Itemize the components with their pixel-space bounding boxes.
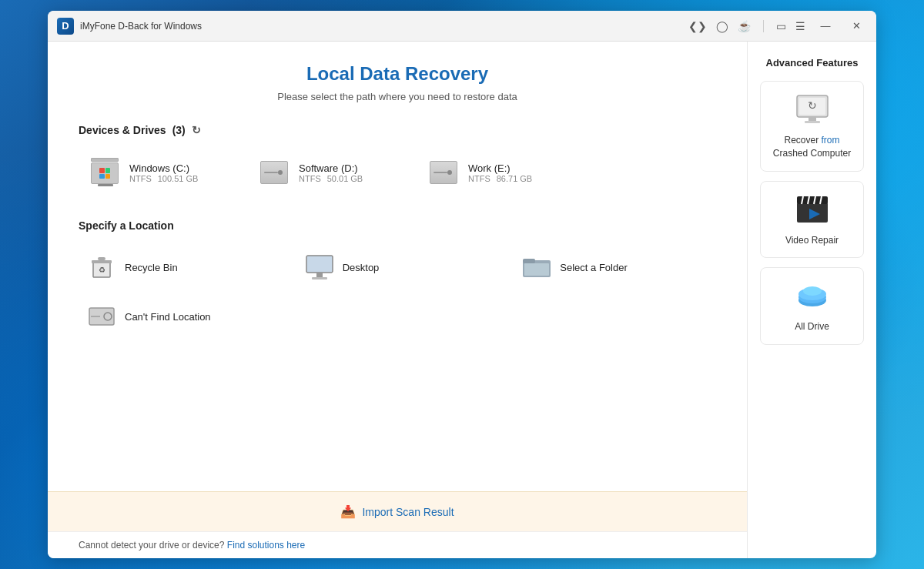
recycle-bin-icon: ♻ xyxy=(88,253,116,281)
left-panel: Local Data Recovery Please select the pa… xyxy=(48,42,747,558)
all-drive-icon xyxy=(795,279,829,313)
drive-info-c: Windows (C:) NTFS 100.51 GB xyxy=(129,162,198,183)
import-icon: 📥 xyxy=(340,504,356,519)
svg-rect-5 xyxy=(316,273,323,277)
desktop-label: Desktop xyxy=(343,262,380,273)
svg-rect-1 xyxy=(92,260,112,263)
status-text: Cannot detect your drive or device? xyxy=(79,540,224,551)
crashed-computer-label: Recover from Crashed Computer xyxy=(768,134,855,160)
refresh-icon[interactable]: ↻ xyxy=(192,124,201,136)
main-window: D iMyFone D-Back for Windows ❮❯ ◯ ☕ ▭ ☰ … xyxy=(48,11,876,558)
svg-text:↻: ↻ xyxy=(808,99,817,112)
window-title: iMyFone D-Back for Windows xyxy=(80,21,688,32)
feature-card-crashed[interactable]: ↻ Recover from Crashed Computer xyxy=(760,81,864,172)
advanced-features-title: Advanced Features xyxy=(760,57,864,69)
win-pane-3 xyxy=(99,174,105,179)
drive-icon-d xyxy=(260,159,290,186)
drive-size-e: 86.71 GB xyxy=(497,174,532,183)
video-repair-label: Video Repair xyxy=(768,234,855,247)
drive-item-e[interactable]: Work (E:) NTFS 86.71 GB xyxy=(417,150,571,195)
desktop-icon xyxy=(306,253,333,281)
menu-icon[interactable]: ☰ xyxy=(795,20,805,32)
close-button[interactable]: ✕ xyxy=(845,17,867,35)
svg-rect-16 xyxy=(808,117,816,121)
cant-find-label: Can't Find Location xyxy=(125,311,211,323)
drive-tray xyxy=(98,184,113,186)
page-subtitle: Please select the path where you need to… xyxy=(79,91,716,102)
drive-icon-c xyxy=(91,158,120,187)
separator xyxy=(763,20,764,32)
drive-meta-c: NTFS 100.51 GB xyxy=(129,174,198,183)
drive-icon-e xyxy=(430,159,459,186)
location-recycle-bin[interactable]: ♻ Recycle Bin xyxy=(79,246,281,289)
cart-icon[interactable]: ☕ xyxy=(738,20,751,32)
minimize-button[interactable]: — xyxy=(815,17,836,35)
drive-fs-d: NTFS xyxy=(299,174,321,183)
locations-grid: ♻ Recycle Bin xyxy=(79,246,716,338)
import-label: Import Scan Result xyxy=(362,506,454,518)
drive-info-e: Work (E:) NTFS 86.71 GB xyxy=(468,162,532,183)
recycle-bin-label: Recycle Bin xyxy=(125,262,178,273)
hdd-body-d xyxy=(260,161,288,184)
select-folder-label: Select a Folder xyxy=(560,262,627,273)
video-repair-icon xyxy=(795,192,829,226)
locations-section-header: Specify a Location xyxy=(79,219,716,232)
drive-name-e: Work (E:) xyxy=(468,162,532,174)
drives-grid: Windows (C:) NTFS 100.51 GB xyxy=(79,150,716,195)
drive-meta-e: NTFS 86.71 GB xyxy=(468,174,532,183)
devices-section-header: Devices & Drives (3) ↻ xyxy=(79,124,716,136)
feature-card-alldrive[interactable]: All Drive xyxy=(760,267,864,345)
hdd-line-d xyxy=(264,172,278,173)
title-bar-actions: ❮❯ ◯ ☕ ▭ ☰ — ✕ xyxy=(688,17,867,35)
svg-rect-17 xyxy=(805,121,820,123)
status-bar: Cannot detect your drive or device? Find… xyxy=(48,531,747,558)
drive-size-c: 100.51 GB xyxy=(158,174,199,183)
devices-label: Devices & Drives xyxy=(79,124,166,136)
feature-card-video[interactable]: Video Repair xyxy=(760,181,864,259)
win-pane-1 xyxy=(99,168,105,173)
drive-item-c[interactable]: Windows (C:) NTFS 100.51 GB xyxy=(79,150,233,195)
windows-logo xyxy=(99,168,110,179)
location-cant-find[interactable]: Can't Find Location xyxy=(79,295,281,338)
hdd-dot-e xyxy=(447,170,452,175)
svg-rect-4 xyxy=(306,256,333,273)
svg-rect-2 xyxy=(98,257,105,260)
main-content: Local Data Recovery Please select the pa… xyxy=(48,42,876,558)
content-area: Local Data Recovery Please select the pa… xyxy=(48,42,747,491)
hdd-body-e xyxy=(430,161,457,184)
location-select-folder[interactable]: Select a Folder xyxy=(514,246,716,289)
devices-count: (3) xyxy=(172,124,186,136)
win-pane-2 xyxy=(105,168,111,173)
share-icon[interactable]: ❮❯ xyxy=(688,20,707,32)
drive-size-d: 50.01 GB xyxy=(327,174,363,183)
folder-icon xyxy=(523,253,551,281)
drive-name-d: Software (D:) xyxy=(299,162,363,174)
cant-find-icon xyxy=(88,303,116,330)
page-title: Local Data Recovery xyxy=(79,63,716,85)
svg-rect-8 xyxy=(523,259,535,263)
title-bar: D iMyFone D-Back for Windows ❮❯ ◯ ☕ ▭ ☰ … xyxy=(48,11,876,42)
drive-fs-c: NTFS xyxy=(129,174,152,183)
svg-rect-6 xyxy=(312,277,327,279)
svg-point-28 xyxy=(803,286,822,296)
drive-info-d: Software (D:) NTFS 50.01 GB xyxy=(299,162,363,183)
drive-item-d[interactable]: Software (D:) NTFS 50.01 GB xyxy=(248,150,402,195)
drive-fs-e: NTFS xyxy=(468,174,490,183)
find-solutions-link[interactable]: Find solutions here xyxy=(227,540,305,551)
drive-connector xyxy=(91,158,119,162)
crashed-computer-icon: ↻ xyxy=(795,92,829,126)
win-pane-4 xyxy=(105,174,111,179)
drive-meta-d: NTFS 50.01 GB xyxy=(299,174,363,183)
drive-name-c: Windows (C:) xyxy=(129,162,198,174)
all-drive-label: All Drive xyxy=(768,320,855,333)
user-icon[interactable]: ◯ xyxy=(716,20,728,32)
import-scan-button[interactable]: 📥 Import Scan Result xyxy=(340,504,454,519)
svg-text:♻: ♻ xyxy=(99,266,105,274)
chat-icon[interactable]: ▭ xyxy=(776,20,786,32)
location-desktop[interactable]: Desktop xyxy=(296,246,499,289)
hdd-line-e xyxy=(434,172,447,173)
right-panel: Advanced Features ↻ Recover from Crashed… xyxy=(747,42,876,558)
hdd-dot-d xyxy=(278,170,283,175)
bottom-bar: 📥 Import Scan Result xyxy=(48,491,747,531)
drive-body xyxy=(91,162,119,184)
